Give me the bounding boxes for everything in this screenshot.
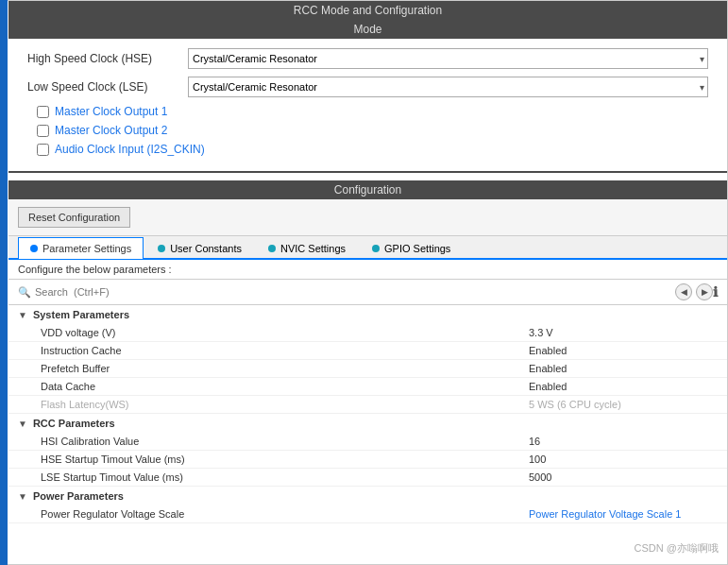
group-system-arrow: ▼ — [18, 310, 27, 320]
param-dcache-value: Enabled — [529, 381, 718, 392]
param-hsi-cal-name: HSI Calibration Value — [41, 436, 529, 447]
title-bar: RCC Mode and Configuration — [8, 1, 727, 20]
checkbox-mco1-label[interactable]: Master Clock Output 1 — [55, 105, 167, 118]
tab-label-user: User Constants — [170, 243, 242, 254]
lse-label: Low Speed Clock (LSE) — [27, 80, 188, 94]
checkbox-mco1-row: Master Clock Output 1 — [27, 105, 708, 118]
reset-btn-area: Reset Configuration — [8, 199, 727, 236]
left-blue-bar — [0, 0, 8, 565]
checkbox-mco2-label[interactable]: Master Clock Output 2 — [55, 124, 167, 137]
checkbox-mco2-row: Master Clock Output 2 — [27, 124, 708, 137]
watermark: CSDN @亦嗡啊哦 — [635, 541, 719, 556]
hse-label: High Speed Clock (HSE) — [27, 52, 188, 65]
group-rcc-label: RCC Parameters — [33, 418, 115, 429]
tabs-row: Parameter Settings User Constants NVIC S… — [8, 236, 727, 260]
mode-section: High Speed Clock (HSE) Crystal/Ceramic R… — [8, 39, 727, 173]
tab-dot-nvic — [268, 245, 276, 252]
checkbox-audio-label[interactable]: Audio Clock Input (I2S_CKIN) — [55, 143, 205, 156]
hse-row: High Speed Clock (HSE) Crystal/Ceramic R… — [27, 48, 708, 69]
param-lse-startup-value: 5000 — [529, 471, 718, 483]
title-text: RCC Mode and Configuration — [294, 4, 442, 17]
param-vdd: VDD voltage (V) 3.3 V — [8, 324, 727, 342]
tab-dot-parameter — [30, 245, 38, 252]
param-hse-startup: HSE Startup Timout Value (ms) 100 — [8, 451, 727, 469]
param-power-regulator: Power Regulator Voltage Scale Power Regu… — [8, 505, 727, 523]
param-lse-startup-name: LSE Startup Timout Value (ms) — [41, 471, 529, 483]
param-hse-startup-value: 100 — [529, 454, 718, 465]
info-icon: ℹ — [713, 284, 718, 300]
param-prefetch-value: Enabled — [529, 363, 718, 374]
group-power-parameters[interactable]: ▼ Power Parameters — [8, 487, 727, 505]
param-vdd-value: 3.3 V — [529, 327, 718, 338]
tab-dot-user — [158, 245, 165, 252]
checkbox-audio-row: Audio Clock Input (I2S_CKIN) — [27, 143, 708, 156]
param-dcache-name: Data Cache — [41, 381, 529, 392]
tab-gpio-settings[interactable]: GPIO Settings — [360, 237, 463, 259]
search-input[interactable] — [35, 286, 668, 298]
tab-dot-gpio — [372, 245, 380, 252]
param-hse-startup-name: HSE Startup Timout Value (ms) — [41, 454, 529, 465]
reset-config-button[interactable]: Reset Configuration — [18, 207, 130, 228]
group-power-label: Power Parameters — [33, 490, 124, 502]
config-section-header: Configuration — [8, 180, 727, 199]
param-icache-name: Instruction Cache — [41, 345, 529, 356]
param-icache: Instruction Cache Enabled — [8, 342, 727, 360]
param-power-reg-value[interactable]: Power Regulator Voltage Scale 1 — [529, 508, 718, 520]
param-prefetch-name: Prefetch Buffer — [41, 363, 529, 374]
param-hsi-cal: HSI Calibration Value 16 — [8, 433, 727, 451]
tab-label-parameter: Parameter Settings — [42, 243, 131, 254]
info-text: Configure the below parameters : — [18, 264, 172, 275]
param-flash-value: 5 WS (6 CPU cycle) — [529, 399, 718, 410]
lse-select-wrapper: Crystal/Ceramic Resonator Bypass Clock S… — [188, 77, 708, 97]
param-icache-value: Enabled — [529, 345, 718, 356]
nav-next-button[interactable]: ▶ — [696, 283, 713, 300]
param-power-reg-name: Power Regulator Voltage Scale — [41, 508, 529, 520]
tab-label-nvic: NVIC Settings — [280, 243, 346, 254]
tab-label-gpio: GPIO Settings — [384, 243, 450, 254]
tab-parameter-settings[interactable]: Parameter Settings — [18, 237, 144, 259]
group-rcc-parameters[interactable]: ▼ RCC Parameters — [8, 414, 727, 433]
search-row: 🔍 ◀ ▶ ℹ — [8, 280, 727, 305]
info-bar: Configure the below parameters : — [8, 260, 727, 280]
param-lse-startup: LSE Startup Timout Value (ms) 5000 — [8, 469, 727, 487]
param-flash-name: Flash Latency(WS) — [41, 399, 529, 410]
param-vdd-name: VDD voltage (V) — [41, 327, 529, 338]
param-flash-latency: Flash Latency(WS) 5 WS (6 CPU cycle) — [8, 396, 727, 414]
group-power-arrow: ▼ — [18, 491, 27, 502]
group-system-parameters[interactable]: ▼ System Parameters — [8, 305, 727, 324]
hse-select[interactable]: Crystal/Ceramic Resonator Bypass Clock S… — [188, 48, 708, 69]
nav-arrows: ◀ ▶ — [675, 283, 713, 300]
param-hsi-cal-value: 16 — [529, 436, 718, 447]
params-table: ▼ System Parameters VDD voltage (V) 3.3 … — [8, 305, 727, 523]
nav-prev-button[interactable]: ◀ — [675, 283, 692, 300]
group-rcc-arrow: ▼ — [18, 419, 27, 429]
lse-row: Low Speed Clock (LSE) Crystal/Ceramic Re… — [27, 77, 708, 97]
group-system-label: System Parameters — [33, 309, 129, 320]
lse-select[interactable]: Crystal/Ceramic Resonator Bypass Clock S… — [188, 77, 708, 97]
checkbox-mco1[interactable] — [37, 106, 49, 118]
param-prefetch: Prefetch Buffer Enabled — [8, 360, 727, 378]
tab-user-constants[interactable]: User Constants — [145, 237, 254, 259]
param-dcache: Data Cache Enabled — [8, 378, 727, 396]
mode-section-header: Mode — [8, 20, 727, 39]
search-icon: 🔍 — [18, 286, 31, 299]
tab-nvic-settings[interactable]: NVIC Settings — [256, 237, 358, 259]
checkbox-mco2[interactable] — [37, 125, 49, 137]
checkbox-audio[interactable] — [37, 144, 49, 156]
hse-select-wrapper: Crystal/Ceramic Resonator Bypass Clock S… — [188, 48, 708, 69]
